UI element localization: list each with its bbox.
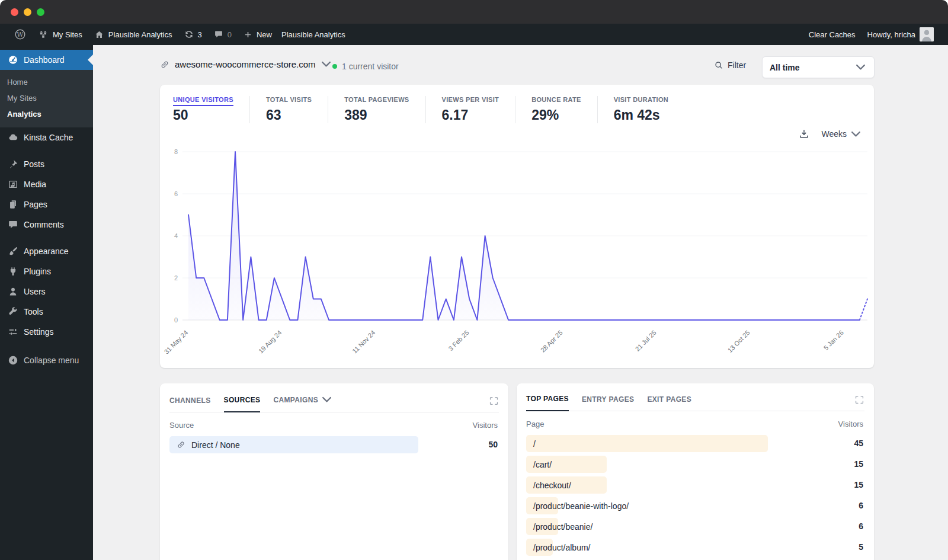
row-label: /checkout/ (526, 476, 864, 494)
sidebar-item-appearance[interactable]: Appearance (0, 241, 93, 261)
download-icon[interactable] (799, 129, 809, 139)
wp-logo-menu[interactable]: W (8, 24, 32, 45)
metric-label: UNIQUE VISITORS (173, 96, 233, 103)
search-icon (714, 60, 723, 70)
metric-value: 50 (173, 107, 233, 123)
chevron-down-icon (322, 395, 332, 405)
tab-campaigns[interactable]: CAMPAIGNS (273, 395, 332, 412)
sidebar-item-pages[interactable]: Pages (0, 194, 93, 215)
network-sites-icon (38, 29, 49, 40)
metric-value: 389 (344, 107, 409, 123)
link-icon (160, 60, 169, 69)
table-row[interactable]: /45 (526, 435, 864, 452)
dashboard-label: Dashboard (24, 55, 65, 65)
sources-table: Direct / None50 (169, 436, 499, 453)
sidebar-subitem-home[interactable]: Home (0, 74, 93, 90)
chevron-down-icon (851, 129, 861, 139)
table-row[interactable]: /product/album/5 (526, 539, 864, 556)
comments-icon (8, 219, 18, 230)
metric-label: TOTAL VISITS (266, 96, 312, 103)
sidebar-subitem-analytics[interactable]: Analytics (0, 106, 93, 122)
date-range-value: All time (770, 63, 800, 72)
date-range-select[interactable]: All time (762, 56, 875, 78)
plus-icon (244, 30, 252, 39)
site-domain: awesome-woocommerce-store.com (175, 59, 316, 69)
site-name-menu[interactable]: Plausible Analytics (88, 24, 178, 45)
sidebar-subitem-my-sites[interactable]: My Sites (0, 90, 93, 106)
updates-menu[interactable]: 3 (178, 24, 208, 45)
pages-table-header: Page Visitors (526, 420, 863, 428)
new-content-menu[interactable]: New (238, 24, 278, 45)
metric-visit-duration[interactable]: VISIT DURATION6m 42s (614, 96, 684, 123)
svg-text:W: W (17, 31, 24, 38)
table-row[interactable]: /checkout/15 (526, 476, 864, 494)
collapse-menu-button[interactable]: Collapse menu (0, 350, 93, 370)
zoom-window-button[interactable] (37, 8, 44, 16)
sidebar-item-media[interactable]: Media (0, 174, 93, 194)
my-sites-menu[interactable]: My Sites (32, 24, 88, 45)
tab-channels[interactable]: CHANNELS (169, 396, 211, 412)
comments-menu[interactable]: 0 (208, 24, 238, 45)
sidebar-item-plugins[interactable]: Plugins (0, 261, 93, 281)
close-window-button[interactable] (11, 8, 18, 16)
sidebar-item-settings[interactable]: Settings (0, 322, 93, 342)
sidebar-item-tools[interactable]: Tools (0, 302, 93, 322)
tab-exit-pages[interactable]: EXIT PAGES (647, 395, 691, 411)
table-row[interactable]: /product/beanie/6 (526, 518, 864, 535)
dashboard-gauge-icon (8, 55, 18, 65)
expand-icon[interactable] (489, 396, 499, 406)
update-count: 3 (198, 30, 202, 39)
metric-total-visits[interactable]: TOTAL VISITS63 (266, 96, 328, 123)
metric-views-per-visit[interactable]: VIEWS PER VISIT6.17 (442, 96, 516, 123)
row-label: /product/beanie/ (526, 518, 864, 535)
metric-label: TOTAL PAGEVIEWS (344, 96, 409, 103)
sidebar-item-label: Tools (24, 307, 43, 316)
table-row[interactable]: /cart/15 (526, 456, 864, 473)
tab-top-pages[interactable]: TOP PAGES (526, 395, 569, 411)
visitors-line-chart[interactable]: 0246831 May 2419 Aug 2411 Nov 243 Feb 25… (168, 146, 870, 366)
metric-bounce-rate[interactable]: BOUNCE RATE29% (531, 96, 597, 123)
plug-icon (8, 266, 18, 277)
current-visitors: 1 current visitor (332, 62, 399, 71)
collapse-label: Collapse menu (24, 356, 79, 365)
table-row[interactable]: Direct / None50 (169, 436, 499, 453)
sidebar-item-kinsta-cache[interactable]: Kinsta Cache (0, 127, 93, 148)
row-label: / (526, 435, 864, 452)
account-menu[interactable]: Howdy, hricha (861, 24, 940, 45)
interval-select[interactable]: Weeks (821, 129, 861, 139)
svg-text:2: 2 (174, 274, 178, 281)
minimize-window-button[interactable] (24, 8, 31, 16)
current-visitors-label: 1 current visitor (342, 62, 399, 71)
metric-label: VIEWS PER VISIT (442, 96, 499, 103)
sidebar-item-label: Plugins (24, 267, 51, 276)
table-row[interactable]: /product/beanie-with-logo/6 (526, 497, 864, 514)
sidebar-item-label: Comments (24, 220, 64, 229)
metric-unique-visitors[interactable]: UNIQUE VISITORS50 (173, 96, 250, 123)
sidebar-item-posts[interactable]: Posts (0, 154, 93, 174)
filter-button[interactable]: Filter (714, 60, 746, 70)
col-page: Page (526, 420, 544, 428)
expand-icon[interactable] (854, 395, 864, 405)
col-visitors: Visitors (838, 420, 863, 428)
site-selector[interactable]: awesome-woocommerce-store.com (160, 59, 331, 69)
sidebar-item-dashboard[interactable]: Dashboard (0, 50, 93, 70)
tab-entry-pages[interactable]: ENTRY PAGES (582, 395, 634, 411)
metric-label: BOUNCE RATE (531, 96, 581, 103)
sidebar-item-comments[interactable]: Comments (0, 215, 93, 235)
sidebar-item-users[interactable]: Users (0, 281, 93, 302)
row-label: /cart/ (526, 456, 864, 473)
col-visitors: Visitors (473, 421, 498, 430)
sidebar-item-label: Kinsta Cache (24, 133, 73, 142)
metric-label: VISIT DURATION (614, 96, 668, 103)
sidebar-item-label: Settings (24, 327, 54, 337)
row-value: 50 (488, 436, 498, 453)
row-value: 6 (859, 497, 863, 514)
svg-text:6: 6 (174, 190, 178, 197)
metric-total-pageviews[interactable]: TOTAL PAGEVIEWS389 (344, 96, 425, 123)
my-sites-label: My Sites (53, 30, 82, 39)
clear-caches-button[interactable]: Clear Caches (803, 24, 861, 45)
new-label: New (257, 30, 272, 39)
col-source: Source (169, 421, 194, 430)
svg-text:5 Jan 26: 5 Jan 26 (822, 329, 845, 351)
tab-sources[interactable]: SOURCES (224, 396, 261, 412)
